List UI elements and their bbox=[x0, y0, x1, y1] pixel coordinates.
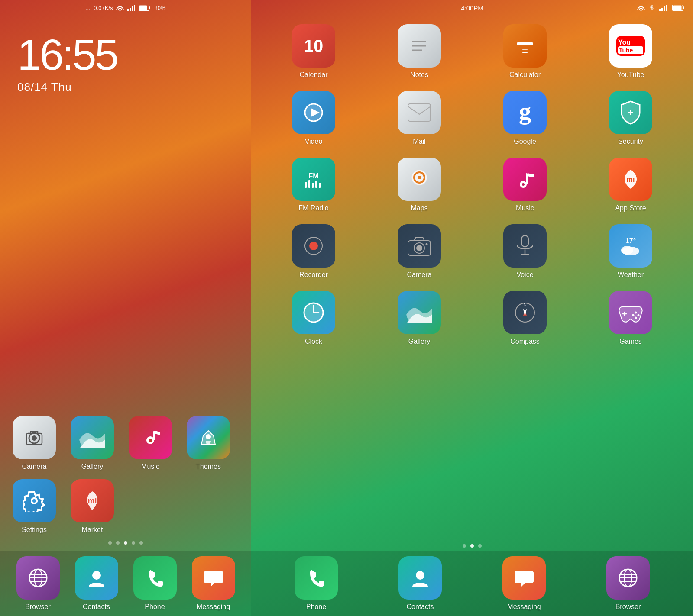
left-app-row-1: Camera Gallery bbox=[9, 416, 243, 471]
browser-right-icon-bg bbox=[606, 556, 650, 600]
svg-rect-1 bbox=[130, 8, 131, 11]
maps-icon-bg bbox=[398, 158, 441, 201]
google-icon-bg: g bbox=[503, 91, 547, 134]
recorder-label: Recorder bbox=[299, 271, 328, 279]
dock-contacts-right[interactable]: Contacts bbox=[395, 556, 446, 611]
security-icon-bg: + bbox=[609, 91, 652, 134]
app-music-left[interactable]: Music bbox=[125, 416, 176, 471]
dock-messaging-right[interactable]: Messaging bbox=[499, 556, 550, 611]
svg-text:Tube: Tube bbox=[619, 47, 633, 54]
music-left-icon-bg bbox=[129, 416, 172, 459]
left-wifi-icon bbox=[116, 5, 124, 11]
left-dot-3[interactable] bbox=[124, 541, 127, 545]
app-market-left[interactable]: mi Market bbox=[67, 479, 118, 534]
left-panel: ... 0.07K/s 80% 16:55 08/14 Thu bbox=[0, 0, 251, 616]
left-app-row-2: Settings mi Market bbox=[9, 479, 243, 534]
right-dot-3[interactable] bbox=[478, 544, 482, 548]
left-signal-text: ... bbox=[86, 5, 91, 11]
right-dot-2[interactable] bbox=[470, 544, 474, 548]
themes-left-icon-bg bbox=[187, 416, 230, 459]
left-dot-2[interactable] bbox=[116, 541, 120, 545]
appstore-label: App Store bbox=[615, 204, 646, 212]
app-mail[interactable]: Mail bbox=[394, 91, 445, 145]
left-clock-widget: 16:55 08/14 Thu bbox=[0, 16, 251, 103]
dock-messaging-left[interactable]: Messaging bbox=[188, 556, 239, 611]
app-clock[interactable]: Clock bbox=[288, 291, 339, 345]
calendar-label: Calendar bbox=[300, 71, 328, 79]
right-app-row-5: Clock Gallery N bbox=[264, 291, 680, 345]
app-calculator[interactable]: = Calculator bbox=[499, 24, 551, 79]
app-camera-left[interactable]: Camera bbox=[9, 416, 60, 471]
app-gallery-right[interactable]: Gallery bbox=[394, 291, 445, 345]
right-dot-1[interactable] bbox=[463, 544, 466, 548]
security-label: Security bbox=[618, 138, 643, 145]
video-label: Video bbox=[305, 138, 323, 145]
svg-rect-31 bbox=[673, 6, 682, 10]
svg-rect-50 bbox=[312, 183, 314, 188]
mail-icon-bg bbox=[398, 91, 441, 134]
dock-contacts-left[interactable]: Contacts bbox=[71, 556, 122, 611]
app-maps[interactable]: Maps bbox=[394, 158, 445, 212]
music-left-label: Music bbox=[141, 463, 159, 471]
app-themes-left[interactable]: Themes bbox=[183, 416, 234, 471]
left-page-dots bbox=[0, 537, 251, 549]
svg-point-8 bbox=[32, 435, 37, 441]
app-camera-right[interactable]: Camera bbox=[394, 224, 445, 279]
app-games[interactable]: Games bbox=[605, 291, 656, 345]
youtube-icon-bg: You Tube bbox=[609, 24, 652, 68]
browser-left-icon-bg bbox=[16, 556, 60, 600]
market-left-label: Market bbox=[82, 526, 103, 534]
phone-right-icon-bg bbox=[295, 556, 338, 600]
app-weather[interactable]: 17° Weather bbox=[605, 224, 656, 279]
market-left-icon-bg: mi bbox=[71, 479, 114, 522]
phone-left-label: Phone bbox=[145, 603, 165, 611]
app-video[interactable]: Video bbox=[288, 91, 339, 145]
svg-rect-48 bbox=[305, 182, 307, 188]
right-battery-icon bbox=[672, 5, 684, 11]
app-fmradio[interactable]: FM FM Radio bbox=[288, 158, 339, 212]
contacts-left-label: Contacts bbox=[83, 603, 110, 611]
left-dot-1[interactable] bbox=[108, 541, 112, 545]
svg-rect-28 bbox=[666, 5, 667, 11]
svg-point-61 bbox=[309, 242, 318, 250]
dock-phone-left[interactable]: Phone bbox=[130, 556, 181, 611]
svg-point-17 bbox=[32, 499, 36, 503]
app-gallery-left[interactable]: Gallery bbox=[67, 416, 118, 471]
svg-text:mi: mi bbox=[627, 176, 635, 183]
right-bars-icon bbox=[659, 5, 667, 11]
app-voice[interactable]: Voice bbox=[499, 224, 551, 279]
app-compass[interactable]: N Compass bbox=[499, 291, 551, 345]
gallery-left-label: Gallery bbox=[81, 463, 104, 471]
app-appstore[interactable]: mi App Store bbox=[605, 158, 656, 212]
app-settings-left[interactable]: Settings bbox=[9, 479, 60, 534]
left-status-bar: ... 0.07K/s 80% bbox=[0, 0, 251, 16]
messaging-left-icon-bg bbox=[192, 556, 235, 600]
notes-label: Notes bbox=[410, 71, 428, 79]
left-date: 08/14 Thu bbox=[17, 81, 234, 94]
svg-point-84 bbox=[635, 317, 637, 319]
dock-browser-left[interactable]: Browser bbox=[13, 556, 64, 611]
compass-icon-bg: N bbox=[503, 291, 547, 334]
app-calendar[interactable]: 10 Calendar bbox=[288, 24, 339, 79]
app-google[interactable]: g Google bbox=[499, 91, 551, 145]
app-notes[interactable]: Notes bbox=[394, 24, 445, 79]
left-battery-icon bbox=[139, 5, 151, 11]
svg-rect-44 bbox=[408, 104, 431, 121]
app-youtube[interactable]: You Tube YouTube bbox=[605, 24, 656, 79]
app-music-right[interactable]: Music bbox=[499, 158, 551, 212]
left-dot-5[interactable] bbox=[139, 541, 143, 545]
phone-left-icon-bg bbox=[133, 556, 177, 600]
dock-phone-right[interactable]: Phone bbox=[291, 556, 342, 611]
left-battery-pct: 80% bbox=[154, 5, 165, 11]
dock-browser-right[interactable]: Browser bbox=[602, 556, 654, 611]
app-recorder[interactable]: Recorder bbox=[288, 224, 339, 279]
appstore-icon-bg: mi bbox=[609, 158, 652, 201]
right-app-row-2: Video Mail g Google bbox=[264, 91, 680, 145]
right-status-bar: 4:00PM ® bbox=[251, 0, 693, 16]
svg-rect-51 bbox=[315, 181, 317, 188]
fmradio-icon-bg: FM bbox=[292, 158, 335, 201]
app-security[interactable]: + Security bbox=[605, 91, 656, 145]
left-dot-4[interactable] bbox=[132, 541, 135, 545]
right-page-dots bbox=[251, 541, 693, 551]
svg-point-81 bbox=[635, 312, 637, 314]
